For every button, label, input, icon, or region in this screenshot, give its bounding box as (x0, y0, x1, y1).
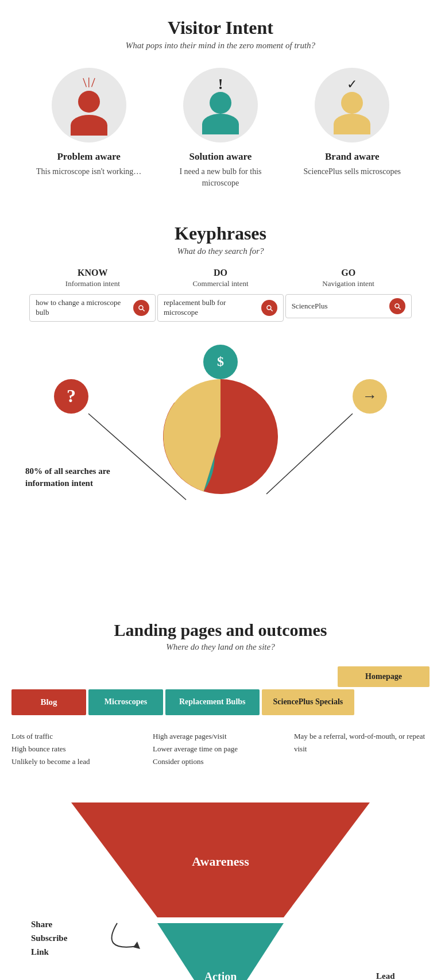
do-sub: Commercial intent (157, 279, 284, 288)
do-search-box[interactable]: replacement bulb for microscope (157, 294, 284, 322)
intent-do: DO Commercial intent replacement bulb fo… (157, 268, 284, 322)
problem-aware-desc: This microscope isn't working… (29, 166, 149, 178)
avatar-problem: | | | (52, 68, 126, 142)
landing-subtitle: Where do they land on the site? (11, 642, 430, 652)
outcome-right-line1: May be a referral, word-of-mouth, or rep… (294, 730, 430, 755)
funnel-lead-label: LeadPurchase (376, 969, 410, 980)
keyphrases-subtitle: What do they search for? (11, 246, 430, 256)
avatar-brand: ✓ (315, 68, 389, 142)
brand-aware-desc: SciencePlus sells microscopes (292, 166, 412, 178)
outcome-blog-line3: Unlikely to become a lead (11, 755, 147, 768)
funnel-share-label: ShareSubscribeLink (31, 917, 67, 959)
outcome-mid-line2: Lower average time on page (153, 743, 288, 755)
funnel-section: Awareness Action ShareSubscribeLink Lead… (0, 791, 441, 980)
outcome-blog-line1: Lots of traffic (11, 730, 147, 743)
keyphrases-title: Keyphrases (11, 223, 430, 244)
intent-know: KNOW Information intent how to change a … (29, 268, 156, 322)
pie-info-label: 80% of all searches are information inte… (25, 465, 117, 489)
tabs-main-row: Blog Microscopes Replacement Bulbs Scien… (11, 689, 430, 715)
outcome-mid: High average pages/visit Lower average t… (153, 730, 288, 768)
outcome-blog: Lots of traffic High bounce rates Unlike… (11, 730, 147, 768)
tab-replacement-bulbs: Replacement Bulbs (165, 689, 260, 715)
landing-pages-section: Landing pages and outcomes Where do they… (0, 597, 441, 791)
avatar-icon-brand: ✓ (334, 76, 370, 134)
outcome-right: May be a referral, word-of-mouth, or rep… (294, 730, 430, 768)
intent-go: GO Navigation intent SciencePlus (285, 268, 412, 322)
bubble-info: ? (54, 379, 88, 414)
visitor-types-row: | | | Problem aware This microscope isn'… (11, 68, 430, 188)
svg-text:Action: Action (204, 970, 237, 980)
solution-aware-desc: I need a new bulb for this microscope (160, 166, 281, 188)
homepage-row: Homepage (11, 666, 430, 687)
tab-microscopes: Microscopes (88, 689, 163, 715)
know-search-box[interactable]: how to change a microscope bulb (29, 294, 156, 322)
svg-text:Awareness: Awareness (192, 854, 249, 869)
tab-specials: SciencePlus Specials (262, 689, 355, 715)
do-search-icon (261, 300, 277, 316)
visitor-card-problem: | | | Problem aware This microscope isn'… (29, 68, 149, 178)
search-intents-row: KNOW Information intent how to change a … (11, 268, 430, 322)
svg-marker-7 (133, 942, 140, 949)
funnel-svg: Awareness Action (25, 802, 416, 980)
go-label: GO (285, 268, 412, 278)
know-label: KNOW (29, 268, 156, 278)
page: Visitor Intent What pops into their mind… (0, 0, 441, 980)
go-sub: Navigation intent (285, 279, 412, 288)
landing-outcomes-row: Lots of traffic High bounce rates Unlike… (11, 724, 430, 780)
know-search-icon (133, 300, 149, 316)
pie-container: ? $ → (20, 339, 421, 580)
landing-title: Landing pages and outcomes (11, 620, 430, 640)
tab-blog: Blog (11, 689, 86, 715)
funnel-share-text: ShareSubscribeLink (31, 920, 67, 956)
bubble-navigation: → (353, 379, 387, 414)
visitor-intent-title: Visitor Intent (11, 17, 430, 38)
go-search-box[interactable]: SciencePlus (285, 294, 412, 318)
go-search-text: SciencePlus (292, 302, 386, 311)
avatar-solution: ! (183, 68, 258, 142)
outcome-mid-line1: High average pages/visit (153, 730, 288, 743)
pie-chart-svg (157, 373, 284, 500)
funnel-lead-text: LeadPurchase (376, 971, 410, 980)
avatar-icon-problem: | | | (71, 75, 107, 136)
pie-chart-section: ? $ → (0, 333, 441, 597)
visitor-card-solution: ! Solution aware I need a new bulb for t… (160, 68, 281, 188)
outcome-mid-line3: Consider options (153, 755, 288, 768)
tab-homepage: Homepage (338, 666, 430, 687)
problem-aware-label: Problem aware (29, 151, 149, 163)
know-sub: Information intent (29, 279, 156, 288)
visitor-intent-section: Visitor Intent What pops into their mind… (0, 0, 441, 200)
visitor-intent-subtitle: What pops into their mind in the zero mo… (11, 41, 430, 51)
outcome-blog-line2: High bounce rates (11, 743, 147, 755)
know-search-text: how to change a microscope bulb (36, 298, 130, 318)
brand-aware-label: Brand aware (292, 151, 412, 163)
funnel-container: Awareness Action ShareSubscribeLink Lead… (14, 802, 427, 980)
visitor-card-brand: ✓ Brand aware SciencePlus sells microsco… (292, 68, 412, 178)
keyphrases-section: Keyphrases What do they search for? KNOW… (0, 200, 441, 333)
landing-tabs: Homepage Blog Microscopes Replacement Bu… (11, 666, 430, 715)
go-search-icon (389, 298, 405, 314)
do-search-text: replacement bulb for microscope (164, 298, 258, 318)
solution-aware-label: Solution aware (160, 151, 281, 163)
do-label: DO (157, 268, 284, 278)
avatar-icon-solution: ! (202, 76, 239, 134)
